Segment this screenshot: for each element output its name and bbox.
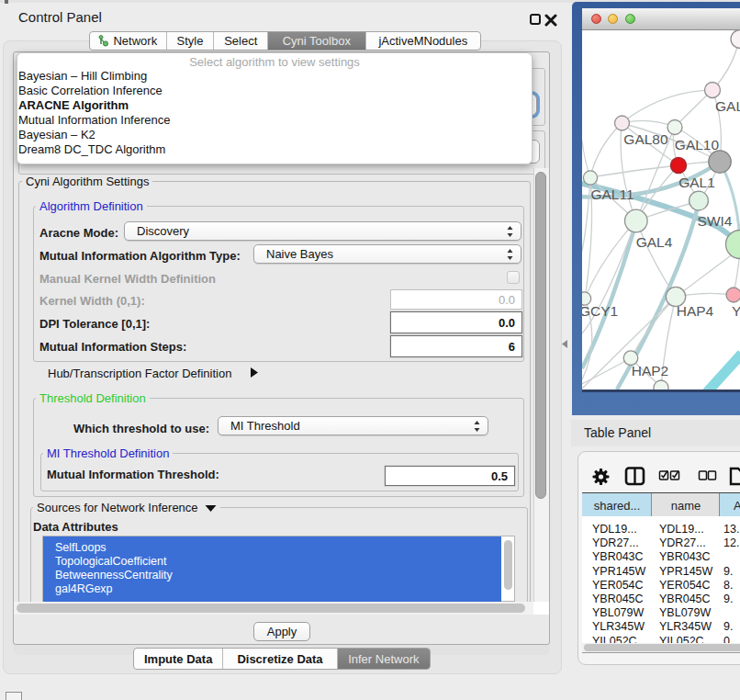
svg-text:GAL11: GAL11 <box>590 186 633 202</box>
svg-text:YD: YD <box>732 303 740 319</box>
svg-text:GAL1: GAL1 <box>678 175 715 190</box>
svg-text:GAL80: GAL80 <box>623 131 668 147</box>
svg-text:SWI4: SWI4 <box>698 213 733 229</box>
svg-text:HAP2: HAP2 <box>632 363 669 378</box>
svg-text:GAL4: GAL4 <box>636 234 673 250</box>
svg-text:GCY1: GCY1 <box>582 303 618 319</box>
svg-text:HAP4: HAP4 <box>677 303 714 319</box>
svg-text:GAL10: GAL10 <box>675 137 720 152</box>
svg-text:GAL7: GAL7 <box>715 98 740 114</box>
